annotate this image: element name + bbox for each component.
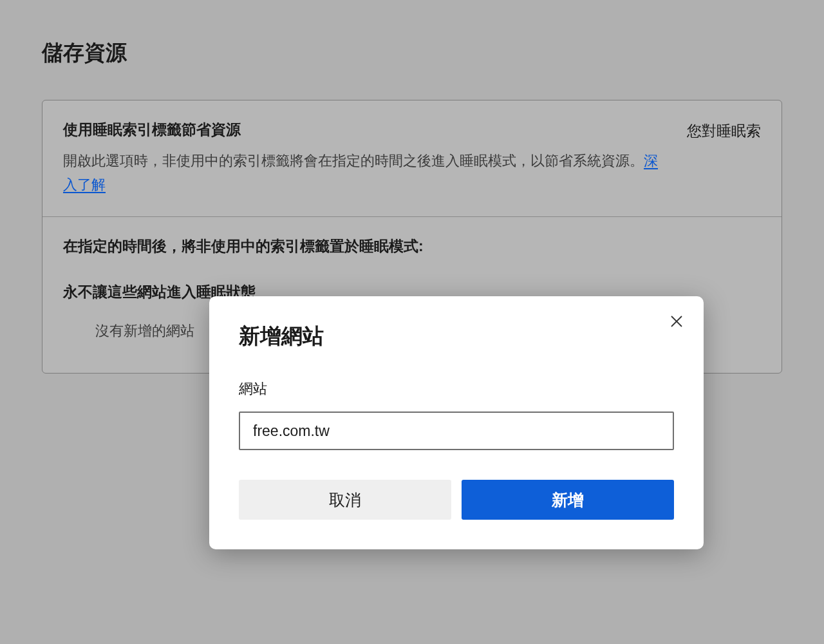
dialog-title: 新增網站 (239, 322, 674, 351)
feedback-prompt-text: 您對睡眠索 (687, 120, 761, 197)
site-input[interactable] (239, 412, 674, 450)
add-site-dialog: 新增網站 網站 取消 新增 (209, 296, 704, 549)
cancel-button[interactable]: 取消 (239, 480, 451, 520)
sleep-timeout-heading: 在指定的時間後，將非使用中的索引標籤置於睡眠模式: (63, 236, 761, 256)
sleeping-tabs-desc: 開啟此選項時，非使用中的索引標籤將會在指定的時間之後進入睡眠模式，以節省系統資源… (63, 149, 671, 197)
page-title: 儲存資源 (42, 39, 782, 68)
dialog-buttons: 取消 新增 (239, 480, 674, 520)
desc-text: 開啟此選項時，非使用中的索引標籤將會在指定的時間之後進入睡眠模式，以節省系統資源… (63, 153, 644, 169)
close-icon (671, 316, 682, 327)
add-button[interactable]: 新增 (462, 480, 674, 520)
site-field-label: 網站 (239, 379, 674, 399)
close-button[interactable] (668, 312, 686, 330)
sleeping-tabs-title: 使用睡眠索引標籤節省資源 (63, 120, 671, 140)
sleeping-tabs-section: 使用睡眠索引標籤節省資源 開啟此選項時，非使用中的索引標籤將會在指定的時間之後進… (42, 100, 782, 217)
